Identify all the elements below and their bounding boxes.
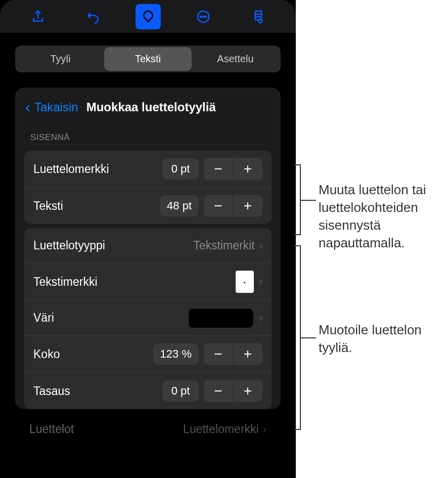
size-stepper: − + — [204, 343, 262, 365]
bullet-indent-label: Luettelomerkki — [33, 162, 162, 176]
align-label: Tasaus — [33, 384, 162, 398]
tab-text[interactable]: Teksti — [104, 47, 192, 71]
chevron-right-icon: › — [259, 312, 262, 325]
text-indent-stepper: − + — [204, 195, 262, 217]
chevron-left-icon[interactable]: ‹ — [25, 99, 30, 116]
callout-connector-indent — [301, 200, 316, 201]
back-button[interactable]: Takaisin — [34, 100, 78, 114]
svg-point-1 — [200, 16, 201, 17]
text-char-preview: · — [236, 271, 254, 293]
color-label: Väri — [33, 311, 188, 325]
bullet-type-row[interactable]: Luettelotyyppi Tekstimerkit › — [24, 228, 272, 264]
size-label: Koko — [33, 347, 153, 361]
align-plus[interactable]: + — [233, 380, 262, 402]
toolbar — [0, 0, 296, 33]
align-value[interactable]: 0 pt — [162, 380, 199, 402]
text-indent-plus[interactable]: + — [233, 195, 262, 217]
callout-format: Muotoile luettelon tyyliä. — [319, 321, 448, 357]
chevron-right-icon: › — [259, 275, 262, 288]
color-row[interactable]: Väri › — [24, 300, 272, 336]
content-area: Tyyli Teksti Asettelu ‹ Takaisin Muokkaa… — [0, 33, 296, 458]
bullet-indent-stepper: − + — [204, 158, 262, 180]
svg-point-3 — [205, 16, 206, 17]
text-indent-minus[interactable]: − — [204, 195, 233, 217]
bullet-indent-row: Luettelomerkki 0 pt − + — [24, 151, 272, 188]
share-icon[interactable] — [25, 4, 51, 29]
indent-section-header: SISENNÄ — [15, 120, 281, 147]
chevron-right-icon: › — [263, 423, 266, 436]
format-tabs: Tyyli Teksti Asettelu — [15, 46, 281, 72]
text-char-row[interactable]: Tekstimerkki · › — [24, 264, 272, 300]
undo-icon[interactable] — [80, 4, 106, 29]
document-view-icon[interactable] — [246, 4, 271, 29]
size-row: Koko 123 % − + — [24, 336, 272, 373]
align-minus[interactable]: − — [204, 380, 233, 402]
size-plus[interactable]: + — [233, 343, 262, 365]
callout-bracket-format — [293, 245, 301, 430]
callout-bracket-indent — [293, 164, 301, 235]
lists-row[interactable]: Luettelot Luettelomerkki › — [15, 413, 281, 445]
format-group: Luettelotyyppi Tekstimerkit › Tekstimerk… — [24, 228, 272, 409]
bullet-indent-minus[interactable]: − — [204, 158, 233, 180]
lists-label: Luettelot — [29, 422, 183, 436]
align-row: Tasaus 0 pt − + — [24, 373, 272, 409]
bullet-type-label: Luettelotyyppi — [33, 239, 193, 252]
panel-header: ‹ Takaisin Muokkaa luettelotyyliä — [15, 88, 281, 120]
lists-value: Luettelomerkki — [183, 422, 259, 436]
format-brush-icon[interactable] — [136, 4, 161, 29]
text-indent-row: Teksti 48 pt − + — [24, 188, 272, 224]
tab-style[interactable]: Tyyli — [17, 47, 104, 71]
size-value[interactable]: 123 % — [153, 343, 199, 365]
svg-point-2 — [202, 16, 204, 17]
indent-group: Luettelomerkki 0 pt − + Teksti 48 pt − + — [24, 151, 272, 224]
size-minus[interactable]: − — [204, 343, 233, 365]
edit-list-style-panel: ‹ Takaisin Muokkaa luettelotyyliä SISENN… — [15, 88, 281, 409]
align-stepper: − + — [204, 380, 262, 402]
svg-point-4 — [258, 19, 262, 23]
callout-connector-format — [301, 337, 316, 338]
chevron-right-icon: › — [259, 239, 262, 252]
tab-layout[interactable]: Asettelu — [192, 47, 279, 71]
text-char-label: Tekstimerkki — [33, 275, 236, 289]
more-icon[interactable] — [191, 4, 216, 29]
bullet-indent-plus[interactable]: + — [233, 158, 262, 180]
callout-indent: Muuta luettelon tai luettelokohteiden si… — [319, 181, 448, 252]
bullet-type-value: Tekstimerkit — [193, 239, 254, 252]
color-swatch — [188, 308, 254, 328]
panel-title: Muokkaa luettelotyyliä — [86, 100, 216, 114]
phone-frame: Tyyli Teksti Asettelu ‹ Takaisin Muokkaa… — [0, 0, 296, 478]
bullet-indent-value[interactable]: 0 pt — [162, 158, 199, 180]
text-indent-label: Teksti — [33, 199, 160, 213]
text-indent-value[interactable]: 48 pt — [160, 195, 199, 216]
